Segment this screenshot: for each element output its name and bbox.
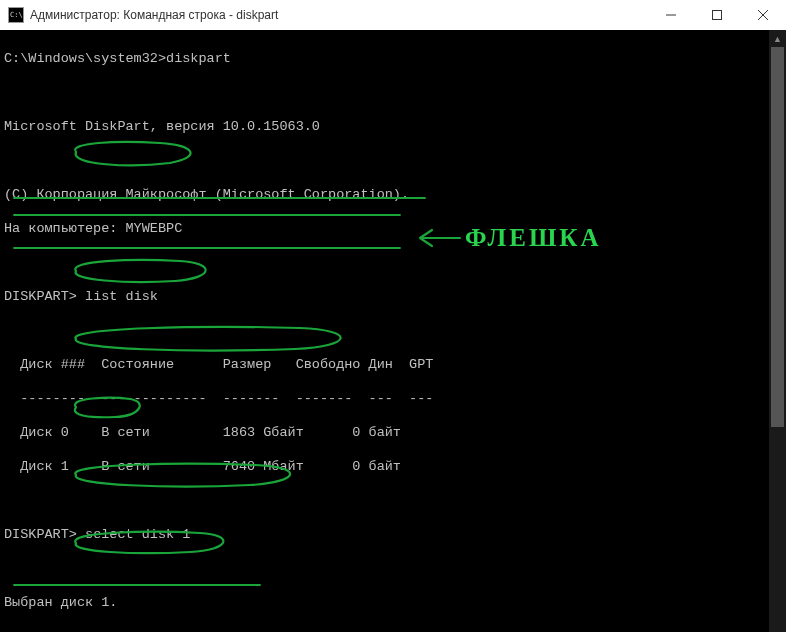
disk-row-0: Диск 0 В сети 1863 Gбайт 0 байт: [4, 425, 401, 440]
disk-divider: -------- ------------- ------- ------- -…: [4, 391, 433, 406]
path-line: C:\Windows\system32>diskpart: [4, 51, 231, 66]
console-window: C:\ Администратор: Командная строка - di…: [0, 0, 786, 632]
scroll-up-icon[interactable]: ▲: [769, 30, 786, 47]
svg-rect-3: [713, 11, 722, 20]
window-controls: [648, 0, 786, 30]
prompt: DISKPART>: [4, 527, 77, 542]
prompt: DISKPART>: [4, 289, 77, 304]
close-button[interactable]: [740, 0, 786, 30]
disk-row-1: Диск 1 В сети 7640 Mбайт 0 байт: [4, 459, 401, 474]
disk-header: Диск ### Состояние Размер Свободно Дин G…: [4, 357, 433, 372]
msg-selected: Выбран диск 1.: [4, 595, 117, 610]
titlebar[interactable]: C:\ Администратор: Командная строка - di…: [0, 0, 786, 31]
cmd-icon: C:\: [8, 7, 24, 23]
minimize-button[interactable]: [648, 0, 694, 30]
terminal-output[interactable]: C:\Windows\system32>diskpart Microsoft D…: [0, 30, 786, 632]
scrollbar[interactable]: ▲: [769, 30, 786, 632]
cmd-select-disk: select disk 1: [85, 527, 190, 542]
copyright-line: (С) Корпорация Майкрософт (Microsoft Cor…: [4, 187, 409, 202]
window-title: Администратор: Командная строка - diskpa…: [30, 8, 648, 22]
version-line: Microsoft DiskPart, версия 10.0.15063.0: [4, 119, 320, 134]
computer-line: На компьютере: MYWEBPC: [4, 221, 182, 236]
maximize-button[interactable]: [694, 0, 740, 30]
scroll-thumb[interactable]: [771, 47, 784, 427]
cmd-list-disk: list disk: [85, 289, 158, 304]
svg-text:C:\: C:\: [10, 11, 23, 19]
